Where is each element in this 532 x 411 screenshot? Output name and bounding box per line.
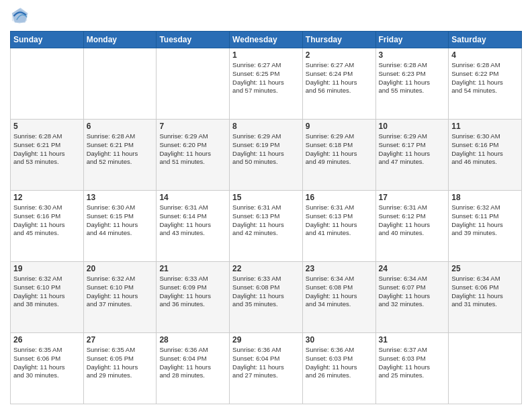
day-info: Sunrise: 6:32 AM Sunset: 6:10 PM Dayligh… [87, 275, 154, 309]
day-info: Sunrise: 6:30 AM Sunset: 6:16 PM Dayligh… [451, 132, 519, 167]
calendar-cell: 5Sunrise: 6:28 AM Sunset: 6:21 PM Daylig… [11, 120, 84, 191]
calendar-cell: 19Sunrise: 6:32 AM Sunset: 6:10 PM Dayli… [11, 262, 84, 333]
day-number: 22 [232, 264, 300, 273]
calendar-week-row: 19Sunrise: 6:32 AM Sunset: 6:10 PM Dayli… [11, 262, 522, 333]
day-number: 20 [87, 264, 154, 273]
calendar-cell: 21Sunrise: 6:33 AM Sunset: 6:09 PM Dayli… [157, 262, 230, 333]
day-info: Sunrise: 6:33 AM Sunset: 6:09 PM Dayligh… [159, 275, 226, 309]
calendar-cell: 15Sunrise: 6:31 AM Sunset: 6:13 PM Dayli… [230, 191, 303, 262]
calendar-cell: 26Sunrise: 6:35 AM Sunset: 6:06 PM Dayli… [11, 333, 84, 404]
calendar-cell [11, 48, 84, 120]
day-info: Sunrise: 6:30 AM Sunset: 6:15 PM Dayligh… [87, 203, 154, 238]
day-info: Sunrise: 6:29 AM Sunset: 6:17 PM Dayligh… [379, 132, 446, 167]
calendar-cell: 13Sunrise: 6:30 AM Sunset: 6:15 PM Dayli… [83, 191, 157, 262]
calendar-cell: 16Sunrise: 6:31 AM Sunset: 6:13 PM Dayli… [302, 191, 375, 262]
day-number: 19 [13, 264, 81, 273]
calendar-cell: 23Sunrise: 6:34 AM Sunset: 6:08 PM Dayli… [302, 262, 375, 333]
day-number: 24 [379, 264, 446, 273]
day-number: 25 [451, 264, 519, 273]
day-number: 18 [451, 193, 519, 202]
day-info: Sunrise: 6:36 AM Sunset: 6:04 PM Dayligh… [232, 346, 300, 380]
day-number: 10 [379, 122, 446, 131]
calendar-cell [449, 333, 522, 404]
calendar-cell [83, 48, 157, 120]
day-number: 27 [87, 335, 154, 345]
day-number: 2 [306, 50, 373, 60]
day-number: 3 [379, 50, 446, 60]
day-number: 16 [306, 193, 373, 202]
calendar-cell: 8Sunrise: 6:29 AM Sunset: 6:19 PM Daylig… [230, 120, 303, 191]
day-number: 12 [13, 193, 81, 202]
day-info: Sunrise: 6:34 AM Sunset: 6:07 PM Dayligh… [379, 275, 446, 309]
day-info: Sunrise: 6:32 AM Sunset: 6:11 PM Dayligh… [451, 203, 519, 238]
calendar-cell: 9Sunrise: 6:29 AM Sunset: 6:18 PM Daylig… [302, 120, 375, 191]
day-number: 11 [451, 122, 519, 131]
day-info: Sunrise: 6:32 AM Sunset: 6:10 PM Dayligh… [13, 275, 81, 309]
calendar-week-row: 12Sunrise: 6:30 AM Sunset: 6:16 PM Dayli… [11, 191, 522, 262]
day-info: Sunrise: 6:29 AM Sunset: 6:18 PM Dayligh… [306, 132, 373, 167]
day-number: 28 [159, 335, 226, 345]
calendar-cell: 22Sunrise: 6:33 AM Sunset: 6:08 PM Dayli… [230, 262, 303, 333]
day-number: 15 [232, 193, 300, 202]
weekday-header-row: SundayMondayTuesdayWednesdayThursdayFrid… [11, 32, 522, 48]
day-info: Sunrise: 6:31 AM Sunset: 6:12 PM Dayligh… [379, 203, 446, 238]
day-info: Sunrise: 6:36 AM Sunset: 6:03 PM Dayligh… [306, 346, 373, 380]
day-number: 29 [232, 335, 300, 345]
day-number: 13 [87, 193, 154, 202]
calendar-cell: 18Sunrise: 6:32 AM Sunset: 6:11 PM Dayli… [449, 191, 522, 262]
day-info: Sunrise: 6:33 AM Sunset: 6:08 PM Dayligh… [232, 275, 300, 309]
day-number: 31 [379, 335, 446, 345]
calendar-cell: 14Sunrise: 6:31 AM Sunset: 6:14 PM Dayli… [157, 191, 230, 262]
weekday-header: Saturday [449, 32, 522, 48]
day-number: 17 [379, 193, 446, 202]
day-info: Sunrise: 6:28 AM Sunset: 6:21 PM Dayligh… [13, 132, 81, 167]
calendar-table: SundayMondayTuesdayWednesdayThursdayFrid… [10, 31, 522, 404]
day-info: Sunrise: 6:34 AM Sunset: 6:06 PM Dayligh… [451, 275, 519, 309]
day-info: Sunrise: 6:27 AM Sunset: 6:25 PM Dayligh… [232, 61, 300, 95]
weekday-header: Sunday [11, 32, 84, 48]
calendar-week-row: 5Sunrise: 6:28 AM Sunset: 6:21 PM Daylig… [11, 120, 522, 191]
weekday-header: Tuesday [157, 32, 230, 48]
day-number: 5 [13, 122, 81, 131]
calendar-cell [157, 48, 230, 120]
day-info: Sunrise: 6:29 AM Sunset: 6:20 PM Dayligh… [159, 132, 226, 167]
day-number: 30 [306, 335, 373, 345]
weekday-header: Friday [375, 32, 449, 48]
calendar-cell: 27Sunrise: 6:35 AM Sunset: 6:05 PM Dayli… [83, 333, 157, 404]
calendar-cell: 30Sunrise: 6:36 AM Sunset: 6:03 PM Dayli… [302, 333, 375, 404]
calendar-week-row: 26Sunrise: 6:35 AM Sunset: 6:06 PM Dayli… [11, 333, 522, 404]
day-info: Sunrise: 6:34 AM Sunset: 6:08 PM Dayligh… [306, 275, 373, 309]
calendar-cell: 7Sunrise: 6:29 AM Sunset: 6:20 PM Daylig… [157, 120, 230, 191]
calendar-cell: 1Sunrise: 6:27 AM Sunset: 6:25 PM Daylig… [230, 48, 303, 120]
weekday-header: Monday [83, 32, 157, 48]
day-info: Sunrise: 6:29 AM Sunset: 6:19 PM Dayligh… [232, 132, 300, 167]
header [10, 7, 522, 26]
calendar-cell: 25Sunrise: 6:34 AM Sunset: 6:06 PM Dayli… [449, 262, 522, 333]
day-info: Sunrise: 6:31 AM Sunset: 6:13 PM Dayligh… [232, 203, 300, 238]
calendar-cell: 12Sunrise: 6:30 AM Sunset: 6:16 PM Dayli… [11, 191, 84, 262]
day-number: 21 [159, 264, 226, 273]
weekday-header: Wednesday [230, 32, 303, 48]
day-number: 26 [13, 335, 81, 345]
logo-icon [10, 7, 29, 26]
calendar-cell: 10Sunrise: 6:29 AM Sunset: 6:17 PM Dayli… [375, 120, 449, 191]
day-info: Sunrise: 6:35 AM Sunset: 6:05 PM Dayligh… [87, 346, 154, 380]
day-number: 8 [232, 122, 300, 131]
day-number: 1 [232, 50, 300, 60]
calendar-cell: 24Sunrise: 6:34 AM Sunset: 6:07 PM Dayli… [375, 262, 449, 333]
day-number: 7 [159, 122, 226, 131]
day-number: 6 [87, 122, 154, 131]
weekday-header: Thursday [302, 32, 375, 48]
day-info: Sunrise: 6:28 AM Sunset: 6:22 PM Dayligh… [451, 61, 519, 95]
calendar-cell: 6Sunrise: 6:28 AM Sunset: 6:21 PM Daylig… [83, 120, 157, 191]
day-number: 9 [306, 122, 373, 131]
calendar-cell: 31Sunrise: 6:37 AM Sunset: 6:03 PM Dayli… [375, 333, 449, 404]
day-info: Sunrise: 6:28 AM Sunset: 6:21 PM Dayligh… [87, 132, 154, 167]
day-info: Sunrise: 6:27 AM Sunset: 6:24 PM Dayligh… [306, 61, 373, 95]
calendar-week-row: 1Sunrise: 6:27 AM Sunset: 6:25 PM Daylig… [11, 48, 522, 120]
calendar-cell: 2Sunrise: 6:27 AM Sunset: 6:24 PM Daylig… [302, 48, 375, 120]
day-info: Sunrise: 6:37 AM Sunset: 6:03 PM Dayligh… [379, 346, 446, 380]
day-number: 4 [451, 50, 519, 60]
calendar-cell: 3Sunrise: 6:28 AM Sunset: 6:23 PM Daylig… [375, 48, 449, 120]
calendar-cell: 29Sunrise: 6:36 AM Sunset: 6:04 PM Dayli… [230, 333, 303, 404]
